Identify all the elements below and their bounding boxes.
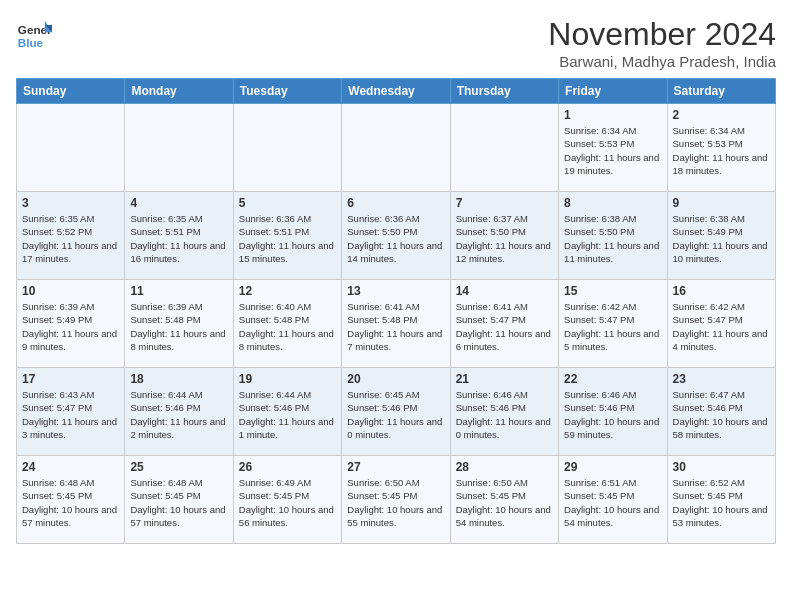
calendar-table: SundayMondayTuesdayWednesdayThursdayFrid…: [16, 78, 776, 544]
calendar-cell: 21Sunrise: 6:46 AM Sunset: 5:46 PM Dayli…: [450, 368, 558, 456]
day-info: Sunrise: 6:39 AM Sunset: 5:49 PM Dayligh…: [22, 300, 119, 353]
day-info: Sunrise: 6:40 AM Sunset: 5:48 PM Dayligh…: [239, 300, 336, 353]
day-number: 15: [564, 284, 661, 298]
day-number: 22: [564, 372, 661, 386]
day-number: 2: [673, 108, 770, 122]
day-info: Sunrise: 6:48 AM Sunset: 5:45 PM Dayligh…: [22, 476, 119, 529]
calendar-cell: [342, 104, 450, 192]
page-header: General Blue General November 2024 Barwa…: [16, 16, 776, 70]
svg-text:Blue: Blue: [18, 36, 44, 49]
day-info: Sunrise: 6:46 AM Sunset: 5:46 PM Dayligh…: [456, 388, 553, 441]
day-number: 6: [347, 196, 444, 210]
day-number: 12: [239, 284, 336, 298]
calendar-cell: [125, 104, 233, 192]
day-number: 27: [347, 460, 444, 474]
day-info: Sunrise: 6:45 AM Sunset: 5:46 PM Dayligh…: [347, 388, 444, 441]
calendar-cell: 7Sunrise: 6:37 AM Sunset: 5:50 PM Daylig…: [450, 192, 558, 280]
day-number: 9: [673, 196, 770, 210]
calendar-cell: [233, 104, 341, 192]
day-info: Sunrise: 6:34 AM Sunset: 5:53 PM Dayligh…: [564, 124, 661, 177]
day-info: Sunrise: 6:43 AM Sunset: 5:47 PM Dayligh…: [22, 388, 119, 441]
day-number: 28: [456, 460, 553, 474]
calendar-week-row: 17Sunrise: 6:43 AM Sunset: 5:47 PM Dayli…: [17, 368, 776, 456]
calendar-cell: 14Sunrise: 6:41 AM Sunset: 5:47 PM Dayli…: [450, 280, 558, 368]
day-info: Sunrise: 6:51 AM Sunset: 5:45 PM Dayligh…: [564, 476, 661, 529]
calendar-cell: 3Sunrise: 6:35 AM Sunset: 5:52 PM Daylig…: [17, 192, 125, 280]
calendar-cell: [17, 104, 125, 192]
day-info: Sunrise: 6:47 AM Sunset: 5:46 PM Dayligh…: [673, 388, 770, 441]
day-number: 20: [347, 372, 444, 386]
day-number: 30: [673, 460, 770, 474]
month-title: November 2024: [548, 16, 776, 53]
day-info: Sunrise: 6:35 AM Sunset: 5:51 PM Dayligh…: [130, 212, 227, 265]
day-info: Sunrise: 6:41 AM Sunset: 5:48 PM Dayligh…: [347, 300, 444, 353]
day-number: 1: [564, 108, 661, 122]
calendar-body: 1Sunrise: 6:34 AM Sunset: 5:53 PM Daylig…: [17, 104, 776, 544]
day-info: Sunrise: 6:44 AM Sunset: 5:46 PM Dayligh…: [239, 388, 336, 441]
day-info: Sunrise: 6:50 AM Sunset: 5:45 PM Dayligh…: [456, 476, 553, 529]
calendar-cell: 23Sunrise: 6:47 AM Sunset: 5:46 PM Dayli…: [667, 368, 775, 456]
day-of-week-header: Monday: [125, 79, 233, 104]
day-number: 11: [130, 284, 227, 298]
day-info: Sunrise: 6:48 AM Sunset: 5:45 PM Dayligh…: [130, 476, 227, 529]
title-block: November 2024 Barwani, Madhya Pradesh, I…: [548, 16, 776, 70]
calendar-cell: 12Sunrise: 6:40 AM Sunset: 5:48 PM Dayli…: [233, 280, 341, 368]
day-of-week-header: Tuesday: [233, 79, 341, 104]
day-number: 21: [456, 372, 553, 386]
day-info: Sunrise: 6:46 AM Sunset: 5:46 PM Dayligh…: [564, 388, 661, 441]
day-number: 4: [130, 196, 227, 210]
day-number: 26: [239, 460, 336, 474]
day-info: Sunrise: 6:39 AM Sunset: 5:48 PM Dayligh…: [130, 300, 227, 353]
day-of-week-header: Thursday: [450, 79, 558, 104]
calendar-week-row: 1Sunrise: 6:34 AM Sunset: 5:53 PM Daylig…: [17, 104, 776, 192]
day-number: 5: [239, 196, 336, 210]
day-info: Sunrise: 6:36 AM Sunset: 5:50 PM Dayligh…: [347, 212, 444, 265]
day-of-week-header: Wednesday: [342, 79, 450, 104]
day-info: Sunrise: 6:42 AM Sunset: 5:47 PM Dayligh…: [673, 300, 770, 353]
day-info: Sunrise: 6:52 AM Sunset: 5:45 PM Dayligh…: [673, 476, 770, 529]
day-of-week-header: Friday: [559, 79, 667, 104]
calendar-cell: 6Sunrise: 6:36 AM Sunset: 5:50 PM Daylig…: [342, 192, 450, 280]
calendar-cell: 16Sunrise: 6:42 AM Sunset: 5:47 PM Dayli…: [667, 280, 775, 368]
logo: General Blue General: [16, 16, 52, 52]
calendar-cell: 5Sunrise: 6:36 AM Sunset: 5:51 PM Daylig…: [233, 192, 341, 280]
calendar-cell: 26Sunrise: 6:49 AM Sunset: 5:45 PM Dayli…: [233, 456, 341, 544]
day-number: 10: [22, 284, 119, 298]
day-info: Sunrise: 6:34 AM Sunset: 5:53 PM Dayligh…: [673, 124, 770, 177]
location-title: Barwani, Madhya Pradesh, India: [548, 53, 776, 70]
day-info: Sunrise: 6:38 AM Sunset: 5:50 PM Dayligh…: [564, 212, 661, 265]
day-info: Sunrise: 6:35 AM Sunset: 5:52 PM Dayligh…: [22, 212, 119, 265]
day-number: 14: [456, 284, 553, 298]
calendar-cell: 24Sunrise: 6:48 AM Sunset: 5:45 PM Dayli…: [17, 456, 125, 544]
calendar-cell: 29Sunrise: 6:51 AM Sunset: 5:45 PM Dayli…: [559, 456, 667, 544]
calendar-cell: 8Sunrise: 6:38 AM Sunset: 5:50 PM Daylig…: [559, 192, 667, 280]
day-number: 13: [347, 284, 444, 298]
day-number: 7: [456, 196, 553, 210]
day-info: Sunrise: 6:37 AM Sunset: 5:50 PM Dayligh…: [456, 212, 553, 265]
day-number: 18: [130, 372, 227, 386]
calendar-cell: 27Sunrise: 6:50 AM Sunset: 5:45 PM Dayli…: [342, 456, 450, 544]
calendar-cell: 1Sunrise: 6:34 AM Sunset: 5:53 PM Daylig…: [559, 104, 667, 192]
day-info: Sunrise: 6:49 AM Sunset: 5:45 PM Dayligh…: [239, 476, 336, 529]
day-number: 3: [22, 196, 119, 210]
calendar-week-row: 10Sunrise: 6:39 AM Sunset: 5:49 PM Dayli…: [17, 280, 776, 368]
day-of-week-header: Saturday: [667, 79, 775, 104]
day-info: Sunrise: 6:44 AM Sunset: 5:46 PM Dayligh…: [130, 388, 227, 441]
day-info: Sunrise: 6:41 AM Sunset: 5:47 PM Dayligh…: [456, 300, 553, 353]
day-info: Sunrise: 6:38 AM Sunset: 5:49 PM Dayligh…: [673, 212, 770, 265]
calendar-cell: 18Sunrise: 6:44 AM Sunset: 5:46 PM Dayli…: [125, 368, 233, 456]
day-number: 23: [673, 372, 770, 386]
calendar-cell: 25Sunrise: 6:48 AM Sunset: 5:45 PM Dayli…: [125, 456, 233, 544]
day-number: 16: [673, 284, 770, 298]
calendar-cell: 10Sunrise: 6:39 AM Sunset: 5:49 PM Dayli…: [17, 280, 125, 368]
calendar-cell: 15Sunrise: 6:42 AM Sunset: 5:47 PM Dayli…: [559, 280, 667, 368]
calendar-cell: 2Sunrise: 6:34 AM Sunset: 5:53 PM Daylig…: [667, 104, 775, 192]
day-number: 29: [564, 460, 661, 474]
calendar-cell: 9Sunrise: 6:38 AM Sunset: 5:49 PM Daylig…: [667, 192, 775, 280]
calendar-cell: 30Sunrise: 6:52 AM Sunset: 5:45 PM Dayli…: [667, 456, 775, 544]
calendar-cell: 22Sunrise: 6:46 AM Sunset: 5:46 PM Dayli…: [559, 368, 667, 456]
calendar-cell: 19Sunrise: 6:44 AM Sunset: 5:46 PM Dayli…: [233, 368, 341, 456]
day-info: Sunrise: 6:42 AM Sunset: 5:47 PM Dayligh…: [564, 300, 661, 353]
calendar-cell: 28Sunrise: 6:50 AM Sunset: 5:45 PM Dayli…: [450, 456, 558, 544]
calendar-cell: 13Sunrise: 6:41 AM Sunset: 5:48 PM Dayli…: [342, 280, 450, 368]
